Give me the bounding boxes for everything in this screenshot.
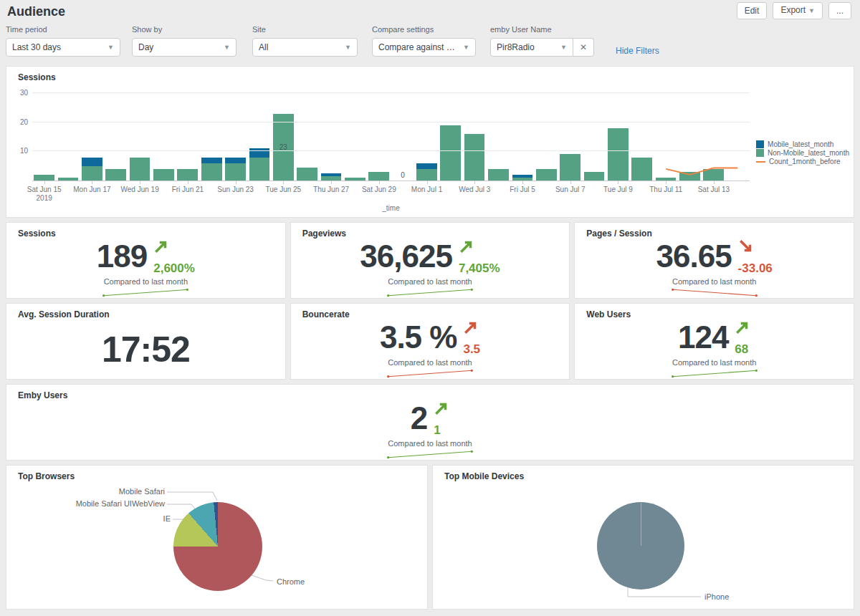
x-axis-tick: Tue Jun 25: [266, 186, 302, 194]
emby-user-dropdown[interactable]: Pir8Radio▼: [490, 38, 573, 57]
trend-up-icon: [463, 319, 479, 335]
pie-label-mobile-safari: Mobile Safari: [6, 487, 165, 496]
compare-settings-dropdown[interactable]: Compare against period...▼: [372, 38, 476, 57]
panel-title: Emby Users: [6, 385, 854, 400]
panel-title: Web Users: [575, 304, 854, 319]
site-dropdown[interactable]: All▼: [252, 38, 358, 57]
pie-slice-divider: [641, 503, 641, 546]
kpi-value: 124: [678, 321, 728, 354]
tickmark: [666, 181, 666, 184]
tickmark: [236, 181, 236, 184]
tickmark: [570, 181, 571, 184]
trend-down-icon: [738, 239, 754, 254]
filter-label-site: Site: [252, 25, 358, 34]
filter-label-compare-settings: Compare settings: [372, 25, 476, 34]
legend-swatch: [756, 161, 765, 163]
top-mobile-devices-chart: iPhone: [433, 466, 854, 609]
kpi-delta: 2,600%: [153, 239, 195, 274]
legend-item[interactable]: Mobile_latest_month: [756, 140, 849, 148]
x-axis-tick: Sat Jun 152019: [27, 186, 62, 203]
kpi-panel-avg-session-duration: Avg. Session Duration 17:52: [6, 303, 286, 380]
dashboard-header: Audience Edit Export▼ ...: [0, 0, 860, 23]
chevron-down-icon: ▼: [108, 44, 114, 51]
filter-label-show-by: Show by: [132, 25, 236, 34]
chevron-down-icon: ▼: [224, 44, 230, 51]
export-button[interactable]: Export▼: [773, 2, 823, 19]
pie-label-ie: IE: [6, 514, 171, 524]
top-browsers-chart: Mobile Safari Mobile Safari UIWebView IE…: [6, 466, 427, 609]
legend-item[interactable]: Count_1month_before: [756, 158, 849, 165]
kpi-value: 17:52: [102, 333, 190, 366]
show-by-dropdown[interactable]: Day▼: [132, 38, 236, 57]
panel-title: Pages / Session: [575, 223, 854, 239]
x-axis-tick: Sun Jun 23: [217, 186, 254, 194]
kpi-value: 189: [97, 240, 147, 273]
top-browsers-pie[interactable]: [173, 502, 262, 591]
tickmark: [379, 181, 380, 184]
tickmark: [44, 181, 45, 184]
tickmark: [714, 181, 715, 184]
compare-label: Compared to last month: [672, 358, 756, 367]
tickmark: [427, 181, 428, 184]
legend-swatch: [756, 149, 764, 157]
x-axis-title: _time: [32, 204, 750, 212]
pie-label-iphone: iPhone: [704, 592, 729, 602]
header-buttons: Edit Export▼ ...: [737, 2, 851, 19]
chevron-down-icon: ▼: [808, 7, 815, 14]
panel-title: Bouncerate: [291, 304, 570, 319]
top-browsers-panel: Top Browsers Mobile Safari Mobile Safari…: [6, 465, 428, 610]
tickmark: [283, 181, 284, 184]
sparkline-up: [376, 368, 484, 379]
hide-filters-link[interactable]: Hide Filters: [616, 46, 659, 56]
legend-swatch: [756, 140, 764, 148]
chevron-down-icon: ▼: [345, 44, 351, 51]
y-axis-tick: 20: [14, 118, 28, 126]
compare-line: [32, 87, 750, 181]
panel-title: Pageviews: [291, 223, 570, 239]
panel-title: Avg. Session Duration: [6, 304, 285, 319]
x-axis-tick: Sun Jul 7: [555, 186, 586, 194]
legend-label: Non-Mobile_latest_month: [768, 149, 849, 157]
filter-bar: Time period Last 30 days▼ Show by Day▼ S…: [0, 23, 860, 66]
tickmark: [188, 181, 188, 184]
top-mobile-devices-panel: Top Mobile Devices iPhone: [432, 465, 854, 610]
clear-filter-button[interactable]: ✕: [573, 38, 594, 57]
x-axis-tick: Sat Jul 13: [698, 186, 730, 194]
kpi-panel-pageviews: Pageviews 36,625 7,405% Compared to last…: [290, 222, 570, 299]
kpi-value: 36,625: [360, 240, 452, 273]
panel-title: Sessions: [6, 223, 285, 239]
panel-title-sessions-chart: Sessions: [6, 67, 854, 82]
legend-label: Mobile_latest_month: [768, 140, 833, 148]
x-axis-tick: Sat Jun 29: [362, 186, 396, 194]
trend-up-icon: [459, 239, 474, 254]
tickmark: [474, 181, 475, 184]
kpi-delta: -33.06: [738, 239, 773, 274]
filter-label-emby-user: emby User Name: [490, 25, 594, 34]
chart-legend: Mobile_latest_monthNon-Mobile_latest_mon…: [756, 140, 849, 166]
x-axis-tick: Thu Jul 11: [649, 186, 682, 194]
filter-label-time-period: Time period: [6, 25, 120, 34]
pie-label-chrome: Chrome: [277, 577, 305, 587]
compare-label: Compared to last month: [388, 277, 472, 286]
legend-item[interactable]: Non-Mobile_latest_month: [756, 149, 849, 157]
x-axis-tick: Thu Jun 27: [313, 186, 349, 194]
x-axis-tick: Fri Jul 5: [510, 186, 535, 194]
tickmark: [522, 181, 523, 184]
gridline: [32, 122, 750, 122]
sparkline-down: [661, 287, 768, 298]
more-button[interactable]: ...: [828, 2, 851, 19]
dashboard-body: Sessions 230 Sat Jun 152019Mon Jun 17Wed…: [0, 66, 860, 610]
chevron-down-icon: ▼: [463, 44, 469, 51]
kpi-delta: 3.5: [463, 319, 480, 355]
y-axis-tick: 10: [14, 147, 28, 155]
time-period-dropdown[interactable]: Last 30 days▼: [6, 38, 120, 57]
edit-button[interactable]: Edit: [737, 2, 768, 19]
kpi-delta: 7,405%: [459, 239, 500, 274]
kpi-panel-bouncerate: Bouncerate 3.5 % 3.5 Compared to last mo…: [290, 303, 570, 380]
x-axis-tick: Mon Jun 17: [73, 186, 110, 194]
sparkline-up: [92, 287, 199, 298]
kpi-value: 36.65: [656, 240, 732, 273]
gridline: [32, 150, 750, 151]
x-axis-tick: Tue Jul 9: [603, 186, 633, 194]
kpi-panel-pages-session: Pages / Session 36.65 -33.06 Compared to…: [574, 222, 854, 299]
